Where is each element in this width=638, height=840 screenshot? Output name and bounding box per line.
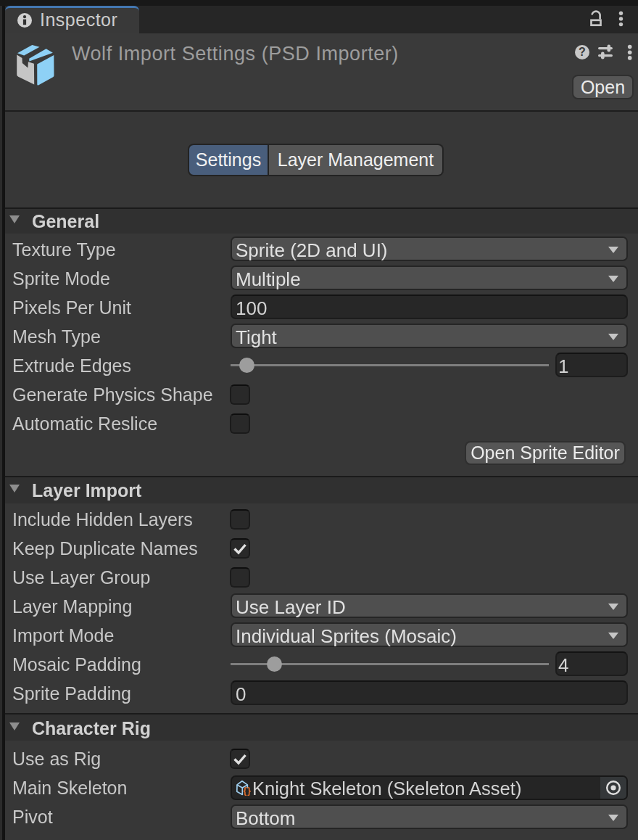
svg-text:?: ?: [579, 46, 586, 58]
svg-text:}: }: [247, 786, 251, 796]
svg-text:{: {: [243, 786, 246, 796]
